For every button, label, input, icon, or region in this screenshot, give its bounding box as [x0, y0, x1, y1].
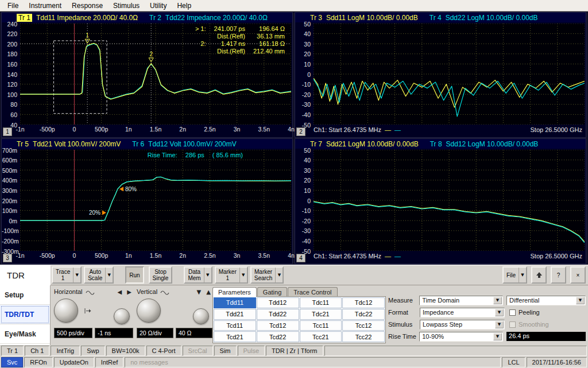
tab-content: Tdd11Tdd12Tdc11Tdc12Tdd21Tdd22Tdc21Tdc22…	[212, 296, 386, 343]
horizontal-position-value: -1 ns	[95, 328, 133, 338]
trace-number-label[interactable]: Tr 6	[132, 140, 144, 148]
param-tcc21[interactable]: Tcc21	[300, 331, 342, 342]
chevron-down-icon[interactable]: ▼	[495, 321, 504, 328]
param-tcd21[interactable]: Tcd21	[214, 331, 256, 342]
x-axis-labels: -1n-500p0500p1n1.5n2n2.5n3n3.5n4n	[20, 252, 291, 260]
param-tdc22[interactable]: Tdc22	[342, 309, 385, 320]
y-tick-label: 100m	[2, 207, 17, 214]
horizontal-position-knob[interactable]	[114, 308, 130, 324]
param-tdd21[interactable]: Tdd21	[214, 309, 256, 320]
param-tdd22[interactable]: Tdd22	[257, 309, 299, 320]
chevron-down-icon[interactable]: ▼	[495, 309, 504, 316]
sidebar-item-eye-mask[interactable]: Eye/Mask	[0, 324, 50, 344]
status-srccal: SrcCal	[183, 346, 213, 356]
param-tcd12[interactable]: Tcd12	[257, 320, 299, 331]
param-tdc12[interactable]: Tdc12	[342, 297, 385, 308]
dropdown-arrow-icon[interactable]: ▼	[105, 268, 113, 282]
help-button[interactable]: ?	[551, 266, 566, 284]
trace-number-label[interactable]: Tr 4	[430, 14, 442, 22]
chevron-down-icon[interactable]: ▼	[576, 297, 585, 304]
x-tick-label: 1.5n	[150, 126, 161, 133]
checkbox-label: Peeling	[519, 309, 540, 316]
menu-item-stimulus[interactable]: Stimulus	[108, 1, 145, 11]
combo-differential[interactable]: Differential▼	[506, 296, 586, 305]
toolbar-button-auto-scale[interactable]: Auto Scale▼	[84, 266, 114, 284]
trace-number-label[interactable]: Tr 2	[149, 14, 161, 22]
dropdown-arrow-icon[interactable]: ▼	[519, 268, 526, 282]
sweep-stop-label: Stop 26.5000 GHz	[530, 253, 582, 259]
tab-gating[interactable]: Gating	[257, 287, 287, 297]
checkbox-box[interactable]	[509, 321, 516, 328]
tab-parameters[interactable]: Parameters	[212, 287, 257, 297]
toolbar-button-stop-single[interactable]: Stop Single	[149, 266, 173, 284]
toolbar-button-label: Marker Search	[252, 268, 276, 282]
checkbox-box[interactable]	[509, 309, 516, 316]
horizontal-scale-value: 500 ps/div	[54, 328, 92, 338]
param-tcc22[interactable]: Tcc22	[342, 331, 385, 342]
vertical-position-knob[interactable]	[193, 308, 209, 324]
trace-number-label[interactable]: Tr 8	[430, 140, 442, 148]
upload-button[interactable]	[531, 266, 547, 284]
menu-item-response[interactable]: Response	[67, 1, 108, 11]
checkbox-smoothing[interactable]: Smoothing	[509, 321, 549, 328]
param-tcc12[interactable]: Tcc12	[342, 320, 385, 331]
readout-cell: Dist.(Refl)	[214, 33, 245, 40]
param-tcc11[interactable]: Tcc11	[300, 320, 342, 331]
tab-trace-control[interactable]: Trace Control	[288, 287, 337, 297]
horizontal-scale-knob[interactable]	[54, 299, 78, 323]
trace-number-label[interactable]: Tr 3	[310, 14, 322, 22]
dropdown-arrow-icon[interactable]: ▼	[73, 268, 80, 282]
param-tdd12[interactable]: Tdd12	[257, 297, 299, 308]
param-tdd11[interactable]: Tdd11	[214, 297, 256, 308]
combo-format[interactable]: Impedance▼	[420, 308, 505, 317]
menu-item-utility[interactable]: Utility	[145, 1, 172, 11]
svg-text:80%: 80%	[125, 186, 137, 192]
y-tick-label: -20	[295, 91, 311, 98]
chevron-down-icon[interactable]: ▼	[493, 333, 502, 340]
panel-title-bar: Tr 3Sdd11 LogM 10.00dB/ 0.00dBTr 4Sdd22 …	[295, 13, 586, 22]
combo-rise-time[interactable]: 10-90%▼	[419, 332, 503, 342]
toolbar-button-marker-1[interactable]: Marker 1▼	[215, 266, 248, 284]
sidebar-item-tdr-tdt[interactable]: TDR/TDT	[0, 305, 50, 324]
x-tick-label: 1.5n	[150, 252, 161, 259]
param-tcd22[interactable]: Tcd22	[257, 331, 299, 342]
trace-title: Tr 8Sdd12 LogM 10.00dB/ 0.00dB	[430, 140, 539, 148]
panel-title-bar: Tr 1Tdd11 Impedance 20.00Ω/ 40.0ΩTr 2Tdd…	[2, 13, 292, 22]
close-button[interactable]: ×	[570, 266, 586, 284]
combo-stimulus[interactable]: Lowpass Step▼	[420, 320, 505, 330]
menu-item-file[interactable]: File	[2, 1, 24, 11]
param-tdc21[interactable]: Tdc21	[300, 309, 342, 320]
status-no-messages: no messages	[125, 357, 501, 367]
toolbar-button-run[interactable]: Run	[125, 266, 144, 284]
sidebar-item-setup[interactable]: Setup	[0, 285, 50, 305]
chevron-down-icon[interactable]: ▼	[493, 297, 502, 304]
vertical-position-value: 40 Ω	[176, 328, 212, 338]
param-tcd11[interactable]: Tcd11	[214, 320, 256, 331]
status-swp: Swp	[81, 346, 105, 356]
checkbox-peeling[interactable]: Peeling	[509, 309, 540, 316]
trace-number-label[interactable]: Tr 1	[17, 14, 32, 22]
trace-number-label[interactable]: Tr 5	[17, 140, 29, 148]
vertical-step-arrows[interactable]: ▼ ▲	[196, 289, 212, 295]
y-tick-label: -30	[295, 101, 311, 108]
dropdown-arrow-icon[interactable]: ▼	[275, 268, 283, 282]
toolbar-button-file[interactable]: File▼	[502, 266, 527, 284]
horizontal-step-arrows[interactable]: ◀ ▶	[117, 289, 133, 295]
trace-number-label[interactable]: Tr 7	[310, 140, 322, 148]
combo-measure[interactable]: Time Domain▼	[419, 296, 503, 305]
toolbar-button-trace-1[interactable]: Trace 1▼	[52, 266, 82, 284]
x-tick-label: -500p	[40, 126, 55, 133]
dropdown-arrow-icon[interactable]: ▼	[239, 268, 247, 282]
toolbar-button-data-mem[interactable]: Data Mem▼	[184, 266, 212, 284]
vertical-values: 20 Ω/div 40 Ω	[137, 328, 212, 338]
x-tick-label: 2n	[179, 252, 186, 259]
param-tdc11[interactable]: Tdc11	[300, 297, 342, 308]
toolbar-button-marker-search[interactable]: Marker Search▼	[250, 266, 284, 284]
vertical-scale-knob[interactable]	[137, 299, 161, 323]
dropdown-arrow-icon[interactable]: ▼	[204, 268, 211, 282]
panel-title-bar: Tr 7Sdd21 LogM 10.00dB/ 0.00dBTr 8Sdd12 …	[295, 139, 586, 149]
y-tick-label: 300m	[2, 187, 17, 194]
menu-item-instrument[interactable]: Instrument	[24, 1, 67, 11]
marker-readout: > 1:241.007 ps196.64 ΩDist.(Refl)36.13 m…	[195, 25, 285, 55]
menu-item-help[interactable]: Help	[172, 1, 196, 11]
